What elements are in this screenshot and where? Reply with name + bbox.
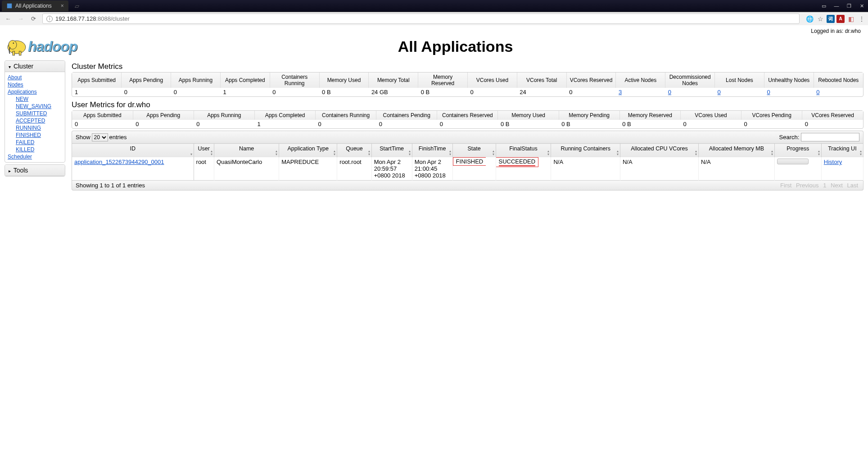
metric-link[interactable]: 0 — [718, 89, 721, 95]
cell-name: QuasiMonteCarlo — [214, 157, 279, 181]
metrics-header: Memory Total — [369, 73, 418, 88]
sort-icon: ▴▾ — [493, 150, 494, 156]
metric-link[interactable]: 0 — [668, 89, 671, 95]
page-title: All Applications — [47, 38, 863, 55]
column-header[interactable]: Allocated CPU VCores▴▾ — [620, 144, 698, 158]
metric-link[interactable]: 3 — [619, 89, 622, 95]
info-icon[interactable]: i — [46, 16, 53, 22]
sidebar-new[interactable]: NEW — [16, 95, 62, 103]
column-header[interactable]: State▴▾ — [452, 144, 496, 158]
sort-icon: ▴▾ — [818, 150, 820, 156]
search-input[interactable] — [801, 133, 859, 141]
metric-link[interactable]: 0 — [767, 89, 770, 95]
entries-select[interactable]: 20 — [92, 133, 108, 141]
account-icon[interactable]: ▭ — [818, 1, 830, 10]
metrics-header: VCores Pending — [741, 111, 802, 120]
sort-icon: ▴▾ — [695, 150, 697, 156]
sidebar-nodes[interactable]: Nodes — [8, 81, 62, 88]
metrics-header: Apps Running — [171, 73, 221, 88]
elephant-icon — [5, 35, 29, 58]
entries-label: entries — [109, 134, 127, 141]
table-row: application_1522673944290_0001 root Quas… — [72, 157, 863, 181]
logged-in-label: Logged in as: dr.who — [5, 27, 863, 35]
maximize-icon[interactable]: ❐ — [843, 1, 855, 10]
url-rest: :8088/cluster — [96, 15, 129, 22]
sidebar-finished[interactable]: FINISHED — [16, 132, 62, 139]
sort-icon: ▴▾ — [860, 150, 862, 156]
sidebar-submitted[interactable]: SUBMITTED — [16, 110, 62, 117]
column-header[interactable]: StartTime▴▾ — [371, 144, 412, 158]
extension-youdao-icon[interactable]: 词 — [827, 15, 835, 23]
column-header[interactable]: Allocated Memory MB▴▾ — [699, 144, 775, 158]
column-header[interactable]: FinishTime▴▾ — [412, 144, 452, 158]
sidebar-applications[interactable]: Applications — [8, 88, 62, 95]
back-icon[interactable]: ← — [3, 14, 14, 24]
sidebar-cluster-header[interactable]: ▾ Cluster — [5, 61, 65, 72]
extension-pdf-icon[interactable]: A — [836, 15, 845, 23]
metrics-header: Memory Reserved — [619, 111, 680, 120]
address-bar: ← → ⟳ i 192.168.77.128:8088/cluster 🌐 ☆ … — [0, 12, 868, 25]
metrics-value: 0 — [376, 120, 437, 128]
cluster-metrics-table: Apps SubmittedApps PendingApps RunningAp… — [72, 73, 863, 96]
metrics-value: 0 B — [418, 88, 468, 96]
sort-icon: ▴▾ — [547, 150, 549, 156]
column-header[interactable]: ID▾ — [72, 144, 194, 158]
column-header[interactable]: User▴▾ — [194, 144, 214, 158]
show-label: Show — [76, 134, 90, 141]
column-header[interactable]: Tracking UI▴▾ — [821, 144, 863, 158]
svg-rect-4 — [13, 51, 15, 55]
cell-state: FINISHED — [452, 157, 496, 181]
table-info: Showing 1 to 1 of 1 entries — [76, 182, 145, 189]
minimize-icon[interactable]: — — [831, 1, 842, 10]
metrics-value: 0 — [814, 88, 863, 96]
close-window-icon[interactable]: ✕ — [856, 1, 868, 10]
metrics-value: 0 B — [319, 88, 369, 96]
sidebar-killed[interactable]: KILLED — [16, 146, 62, 153]
metrics-value: 0 — [680, 120, 741, 128]
translate-icon[interactable]: 🌐 — [805, 14, 814, 23]
star-icon[interactable]: ☆ — [816, 14, 825, 23]
close-icon[interactable]: × — [61, 3, 64, 9]
metrics-header: Apps Submitted — [72, 73, 122, 88]
sidebar-scheduler[interactable]: Scheduler — [8, 153, 62, 160]
reload-icon[interactable]: ⟳ — [28, 14, 39, 24]
metrics-header: VCores Used — [680, 111, 741, 120]
column-header[interactable]: Application Type▴▾ — [279, 144, 337, 158]
cell-running-containers: N/A — [551, 157, 620, 181]
sidebar-accepted[interactable]: ACCEPTED — [16, 117, 62, 124]
sidebar-running[interactable]: RUNNING — [16, 124, 62, 132]
cell-queue: root.root — [337, 157, 371, 181]
pager-last: Last — [847, 182, 858, 189]
metrics-value: 24 — [517, 88, 566, 96]
new-tab-button[interactable]: ▱ — [72, 2, 82, 10]
metrics-value: 3 — [616, 88, 665, 96]
app-id-link[interactable]: application_1522673944290_0001 — [74, 159, 164, 165]
column-header[interactable]: Name▴▾ — [214, 144, 279, 158]
extension-misc-icon[interactable]: ◧ — [846, 14, 855, 23]
column-header[interactable]: Queue▴▾ — [337, 144, 371, 158]
metric-link[interactable]: 0 — [816, 89, 819, 95]
column-header[interactable]: Running Containers▴▾ — [551, 144, 620, 158]
sidebar-about[interactable]: About — [8, 74, 62, 81]
column-header[interactable]: FinalStatus▴▾ — [496, 144, 551, 158]
cell-mem: N/A — [699, 157, 775, 181]
browser-tab[interactable]: All Applications × — [2, 0, 68, 11]
cell-finish: Mon Apr 2 21:00:45 +0800 2018 — [412, 157, 452, 181]
pager-1: 1 — [823, 182, 826, 189]
tab-title: All Applications — [15, 3, 52, 9]
column-header[interactable]: Progress▴▾ — [774, 144, 821, 158]
caret-down-icon: ▾ — [9, 64, 11, 69]
user-metrics-table: Apps SubmittedApps PendingApps RunningAp… — [72, 111, 863, 128]
sidebar-cluster-label: Cluster — [14, 63, 33, 70]
sort-icon: ▾ — [190, 153, 192, 156]
metrics-value: 0 — [468, 88, 517, 96]
sidebar-failed[interactable]: FAILED — [16, 139, 62, 146]
sidebar-new-saving[interactable]: NEW_SAVING — [16, 103, 62, 110]
metrics-header: VCores Reserved — [802, 111, 863, 120]
metrics-header: Rebooted Nodes — [814, 73, 863, 88]
menu-icon[interactable]: ⋮ — [857, 14, 866, 23]
metrics-header: Containers Running — [270, 73, 319, 88]
url-input[interactable]: i 192.168.77.128:8088/cluster — [42, 14, 800, 24]
sidebar-tools-header[interactable]: ▸ Tools — [5, 165, 65, 176]
tracking-link[interactable]: History — [824, 159, 842, 165]
